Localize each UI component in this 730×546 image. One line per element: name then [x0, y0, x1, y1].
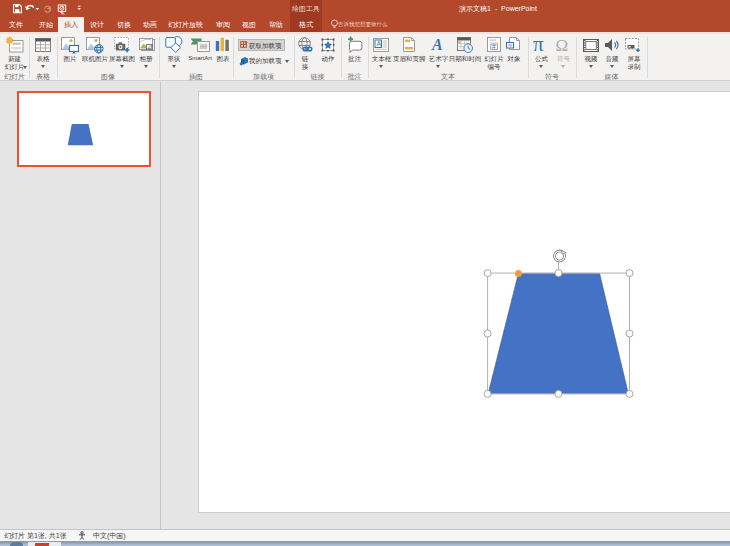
svg-text:#: # [492, 43, 496, 50]
svg-text:A: A [431, 37, 443, 52]
svg-text:A: A [376, 40, 381, 47]
svg-text:Ω: Ω [556, 36, 569, 53]
svg-text:π: π [533, 36, 544, 53]
